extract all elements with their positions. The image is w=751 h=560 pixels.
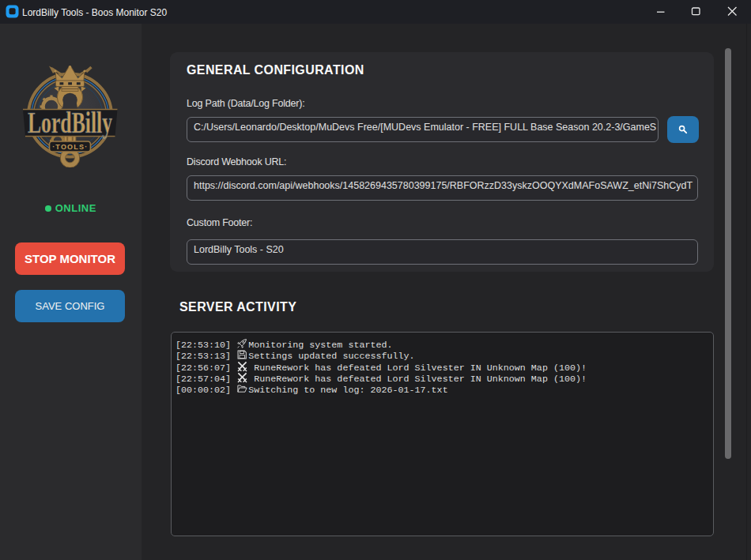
svg-text:LordBilly: LordBilly	[28, 106, 112, 139]
svg-text:·TOOLS·: ·TOOLS·	[52, 143, 88, 151]
